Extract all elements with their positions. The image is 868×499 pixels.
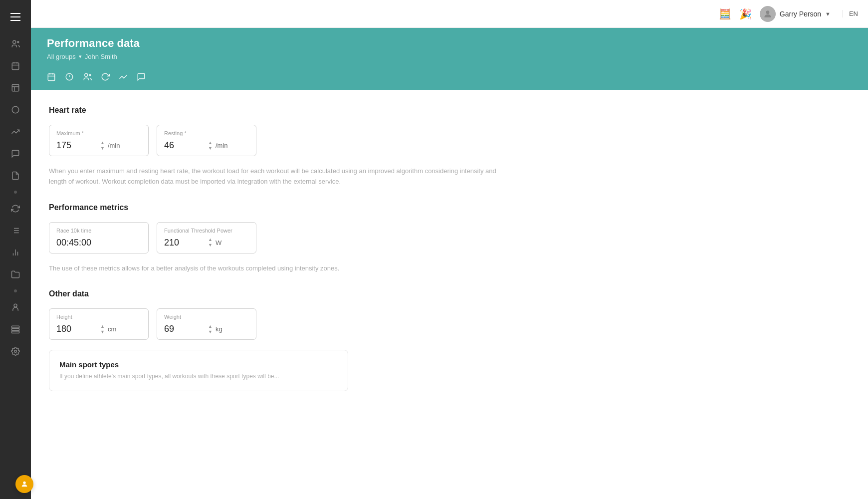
race-10k-input[interactable] <box>56 238 116 248</box>
sidebar <box>0 0 31 499</box>
ftp-up[interactable]: ▲ <box>208 238 213 242</box>
topbar: 🧮 🎉 Garry Person ▼ EN <box>31 0 868 28</box>
svg-rect-18 <box>12 326 19 328</box>
sidebar-item-calendar[interactable] <box>5 56 25 76</box>
breadcrumb: All groups ▾ John Smith <box>47 53 852 67</box>
action-info-icon[interactable] <box>65 72 74 84</box>
ftp-down[interactable]: ▼ <box>208 243 213 248</box>
user-menu[interactable]: Garry Person ▼ <box>760 6 831 22</box>
weight-down[interactable]: ▼ <box>208 330 213 334</box>
sidebar-item-profile[interactable] <box>5 297 25 317</box>
sidebar-dot-2 <box>14 289 17 292</box>
ftp-value-row: ▲ ▼ W <box>164 238 249 248</box>
maximum-hr-up[interactable]: ▲ <box>100 141 105 145</box>
weight-value-row: ▲ ▼ kg <box>164 324 249 334</box>
sidebar-item-athletes[interactable] <box>5 34 25 54</box>
sidebar-item-files[interactable] <box>5 264 25 284</box>
maximum-hr-label: Maximum * <box>56 130 141 136</box>
svg-rect-20 <box>12 331 19 333</box>
bottom-bubble[interactable] <box>15 475 33 493</box>
race-10k-value-row <box>56 238 141 248</box>
user-dropdown-chevron: ▼ <box>825 11 831 17</box>
maximum-hr-spinners[interactable]: ▲ ▼ <box>100 141 105 151</box>
other-data-fields: Height ▲ ▼ cm Weight <box>49 308 850 340</box>
weight-field: Weight ▲ ▼ kg <box>157 308 256 340</box>
ftp-field: Functional Threshold Power ▲ ▼ W <box>157 222 256 253</box>
resting-hr-field: Resting * ▲ ▼ /min <box>157 125 256 156</box>
height-spinners[interactable]: ▲ ▼ <box>100 324 105 334</box>
race-10k-field: Race 10k time <box>49 222 149 253</box>
calculator-icon[interactable]: 🧮 <box>719 8 731 20</box>
heart-rate-info: When you enter maximum and resting heart… <box>49 166 498 187</box>
user-name: Garry Person <box>780 10 821 18</box>
breadcrumb-group[interactable]: All groups <box>47 53 76 60</box>
maximum-hr-value-row: ▲ ▼ /min <box>56 140 141 151</box>
weight-input[interactable] <box>164 324 204 334</box>
height-up[interactable]: ▲ <box>100 324 105 329</box>
sidebar-item-database[interactable] <box>5 319 25 339</box>
performance-metrics-info: The use of these metrics allows for a be… <box>49 263 498 274</box>
action-group-icon[interactable] <box>83 72 92 84</box>
resting-hr-unit: /min <box>216 142 228 149</box>
height-input[interactable] <box>56 324 96 334</box>
main-wrapper: 🧮 🎉 Garry Person ▼ EN Performance data A… <box>31 0 868 499</box>
height-field: Height ▲ ▼ cm <box>49 308 149 340</box>
sidebar-item-reports[interactable] <box>5 166 25 186</box>
content-area: Heart rate Maximum * ▲ ▼ /min Resting * <box>31 90 868 499</box>
sidebar-item-plans[interactable] <box>5 78 25 98</box>
svg-rect-6 <box>12 84 19 91</box>
weight-unit: kg <box>216 325 222 333</box>
maximum-hr-down[interactable]: ▼ <box>100 146 105 151</box>
performance-metrics-section: Performance metrics Race 10k time Functi… <box>49 203 850 274</box>
avatar <box>760 6 776 22</box>
resting-hr-value-row: ▲ ▼ /min <box>164 140 249 151</box>
resting-hr-input[interactable] <box>164 140 204 151</box>
sidebar-item-sync[interactable] <box>5 199 25 219</box>
sidebar-dot-1 <box>14 191 17 194</box>
resting-hr-down[interactable]: ▼ <box>208 146 213 151</box>
sport-types-desc: If you define athlete's main sport types… <box>59 372 338 381</box>
action-message-icon[interactable] <box>137 72 146 84</box>
heart-rate-fields: Maximum * ▲ ▼ /min Resting * <box>49 125 850 156</box>
page-actions <box>47 67 852 90</box>
celebration-icon[interactable]: 🎉 <box>739 8 752 20</box>
height-down[interactable]: ▼ <box>100 330 105 334</box>
sport-types-title: Main sport types <box>59 360 338 369</box>
resting-hr-label: Resting * <box>164 130 249 136</box>
svg-point-7 <box>12 106 19 113</box>
svg-rect-19 <box>12 329 19 331</box>
breadcrumb-athlete: John Smith <box>85 53 117 60</box>
ftp-input[interactable] <box>164 238 204 248</box>
sidebar-item-trends[interactable] <box>5 122 25 142</box>
ftp-spinners[interactable]: ▲ ▼ <box>208 238 213 248</box>
svg-point-17 <box>14 304 17 307</box>
sidebar-item-messages[interactable] <box>5 144 25 164</box>
svg-point-32 <box>23 482 25 484</box>
svg-rect-2 <box>12 63 19 70</box>
sidebar-item-settings[interactable] <box>5 341 25 361</box>
weight-label: Weight <box>164 314 249 320</box>
svg-point-1 <box>17 41 19 43</box>
sport-types-card: Main sport types If you define athlete's… <box>49 350 348 391</box>
svg-point-30 <box>85 73 88 76</box>
weight-up[interactable]: ▲ <box>208 324 213 329</box>
maximum-hr-input[interactable] <box>56 140 96 151</box>
race-10k-label: Race 10k time <box>56 228 141 234</box>
ftp-label: Functional Threshold Power <box>164 228 249 234</box>
other-data-section: Other data Height ▲ ▼ cm Weight <box>49 289 850 391</box>
sidebar-item-list[interactable] <box>5 221 25 241</box>
resting-hr-spinners[interactable]: ▲ ▼ <box>208 141 213 151</box>
menu-button[interactable] <box>6 8 24 26</box>
svg-rect-23 <box>48 74 55 81</box>
page-title: Performance data <box>47 37 852 50</box>
svg-point-21 <box>14 350 17 353</box>
action-chart-icon[interactable] <box>119 72 128 84</box>
action-refresh-icon[interactable] <box>101 72 110 84</box>
sidebar-item-charts[interactable] <box>5 243 25 262</box>
sidebar-item-analytics[interactable] <box>5 100 25 120</box>
language-selector[interactable]: EN <box>843 10 858 17</box>
breadcrumb-chevron: ▾ <box>79 53 82 60</box>
weight-spinners[interactable]: ▲ ▼ <box>208 324 213 334</box>
resting-hr-up[interactable]: ▲ <box>208 141 213 145</box>
action-person-icon[interactable] <box>47 72 56 84</box>
